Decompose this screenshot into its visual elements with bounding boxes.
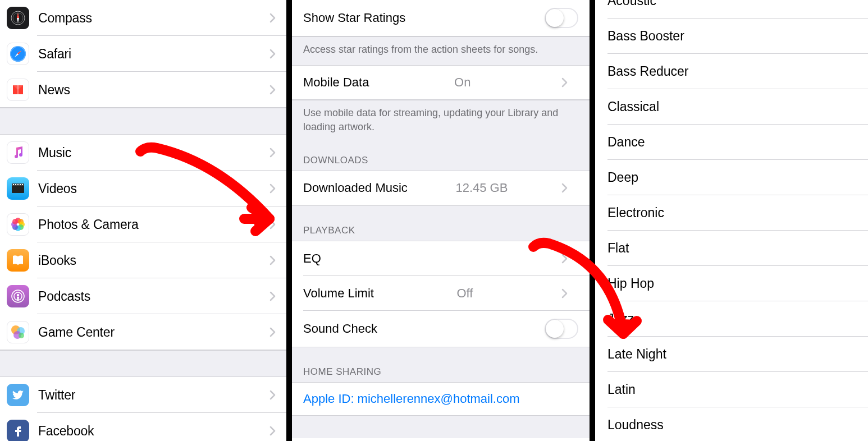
settings-group-3: Twitter Facebook: [0, 377, 286, 441]
row-label: Volume Limit: [303, 286, 374, 301]
eq-row[interactable]: EQ: [292, 241, 590, 276]
eq-label: Acoustic: [607, 0, 656, 8]
settings-row-videos[interactable]: Videos: [0, 171, 286, 206]
eq-item-classical[interactable]: Classical: [595, 89, 868, 125]
videos-icon: [7, 177, 29, 200]
settings-row-podcasts[interactable]: Podcasts: [0, 278, 286, 314]
chevron-right-icon: [269, 291, 276, 301]
toggle-switch[interactable]: [545, 319, 578, 339]
svg-point-25: [19, 333, 24, 338]
eq-item-jazz[interactable]: Jazz: [595, 301, 868, 337]
row-label: Show Star Ratings: [303, 11, 405, 25]
toggle-switch[interactable]: [545, 8, 578, 28]
eq-label: Late Night: [607, 347, 666, 362]
game-center-icon: [7, 321, 29, 343]
settings-row-photos-camera[interactable]: Photos & Camera: [0, 206, 286, 242]
chevron-right-icon: [269, 148, 276, 158]
mobile-data-row[interactable]: Mobile Data On: [292, 65, 590, 100]
eq-label: Flat: [607, 241, 629, 256]
svg-rect-9: [20, 184, 21, 185]
downloaded-music-row[interactable]: Downloaded Music 12.45 GB: [292, 171, 590, 206]
eq-item-flat[interactable]: Flat: [595, 231, 868, 266]
eq-label: Loudness: [607, 417, 664, 433]
settings-row-label: iBooks: [38, 253, 76, 268]
playback-header: PLAYBACK: [292, 206, 590, 241]
eq-label: Jazz: [607, 311, 634, 327]
settings-row-facebook[interactable]: Facebook: [0, 413, 286, 441]
row-label: Mobile Data: [303, 75, 369, 90]
eq-item-late-night[interactable]: Late Night: [595, 337, 868, 372]
eq-label: Hip Hop: [607, 276, 654, 291]
svg-rect-6: [13, 184, 14, 185]
podcasts-icon: [7, 285, 29, 307]
eq-label: Latin: [607, 382, 636, 397]
settings-group-1: Compass Safari News: [0, 0, 286, 108]
settings-row-label: News: [38, 82, 70, 98]
facebook-icon: [7, 420, 29, 441]
ibooks-icon: [7, 249, 29, 272]
settings-row-music[interactable]: Music: [0, 135, 286, 171]
svg-rect-10: [22, 184, 23, 185]
settings-row-label: Game Center: [38, 325, 115, 340]
eq-item-deep[interactable]: Deep: [595, 160, 868, 195]
volume-limit-row[interactable]: Volume Limit Off: [292, 276, 590, 311]
settings-row-compass[interactable]: Compass: [0, 0, 286, 36]
row-label: Downloaded Music: [303, 181, 408, 195]
eq-item-latin[interactable]: Latin: [595, 372, 868, 407]
settings-row-label: Compass: [38, 11, 92, 26]
svg-rect-8: [17, 184, 19, 185]
settings-row-label: Podcasts: [38, 289, 90, 304]
chevron-right-icon: [561, 183, 568, 193]
eq-item-hip-hop[interactable]: Hip Hop: [595, 266, 868, 301]
settings-row-label: Music: [38, 145, 71, 160]
news-icon: [7, 79, 29, 101]
settings-row-twitter[interactable]: Twitter: [0, 377, 286, 413]
eq-item-bass-reducer[interactable]: Bass Reducer: [595, 54, 868, 89]
eq-item-electronic[interactable]: Electronic: [595, 195, 868, 231]
settings-row-safari[interactable]: Safari: [0, 36, 286, 72]
chevron-right-icon: [269, 390, 276, 400]
eq-label: Bass Booster: [607, 29, 684, 44]
settings-row-news[interactable]: News: [0, 72, 286, 108]
settings-row-label: Videos: [38, 181, 77, 196]
sound-check-row[interactable]: Sound Check: [292, 311, 590, 347]
svg-rect-4: [12, 185, 24, 193]
music-settings-panel: Show Star Ratings Access star ratings fr…: [292, 0, 595, 441]
eq-item-loudness[interactable]: Loudness: [595, 407, 868, 441]
row-value: Off: [457, 286, 473, 301]
settings-row-game-center[interactable]: Game Center: [0, 314, 286, 350]
svg-point-21: [17, 294, 19, 296]
eq-label: Electronic: [607, 205, 664, 220]
eq-label: Classical: [607, 99, 659, 114]
row-label: EQ: [303, 251, 321, 266]
svg-point-18: [12, 219, 18, 224]
chevron-right-icon: [269, 85, 276, 95]
row-value: 12.45 GB: [455, 181, 508, 195]
eq-label: Dance: [607, 135, 645, 150]
eq-label: Deep: [607, 170, 638, 185]
show-star-ratings-row[interactable]: Show Star Ratings: [292, 0, 590, 36]
photos-icon: [7, 213, 29, 236]
bottom-spacer: [292, 416, 590, 438]
downloads-header: DOWNLOADS: [292, 143, 590, 171]
chevron-right-icon: [269, 13, 276, 23]
settings-row-label: Facebook: [38, 424, 94, 439]
settings-row-ibooks[interactable]: iBooks: [0, 242, 286, 278]
svg-rect-7: [15, 184, 16, 185]
chevron-right-icon: [561, 288, 568, 298]
chevron-right-icon: [269, 49, 276, 59]
chevron-right-icon: [269, 219, 276, 229]
apple-id-email: michellerennex@hotmail.com: [358, 392, 520, 406]
row-label: Sound Check: [303, 321, 377, 336]
apple-id-row[interactable]: Apple ID: michellerennex@hotmail.com: [292, 383, 590, 416]
star-ratings-footer: Access star ratings from the action shee…: [292, 36, 590, 65]
eq-presets-panel: Acoustic Bass Booster Bass Reducer Class…: [595, 0, 868, 441]
eq-item-bass-booster[interactable]: Bass Booster: [595, 19, 868, 54]
settings-row-label: Safari: [38, 47, 71, 62]
eq-item-dance[interactable]: Dance: [595, 125, 868, 160]
group-separator: [0, 350, 286, 377]
chevron-right-icon: [269, 183, 276, 194]
row-value: On: [454, 75, 470, 90]
mobile-data-footer: Use mobile data for streaming, updating …: [292, 100, 590, 143]
eq-item-acoustic[interactable]: Acoustic: [595, 0, 868, 19]
